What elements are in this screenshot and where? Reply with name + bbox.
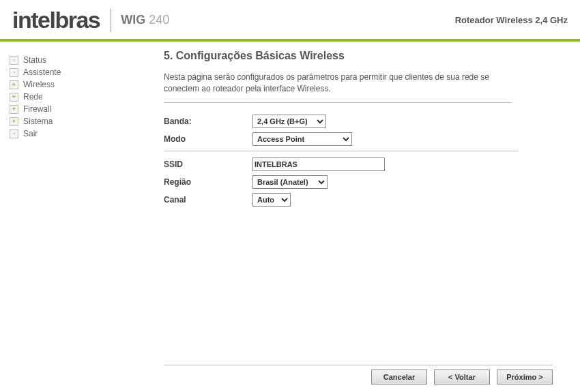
expand-icon: + <box>10 80 18 89</box>
sidebar-item-status[interactable]: ▪ Status <box>10 54 123 66</box>
channel-label: Canal <box>164 195 252 205</box>
sidebar-item-label: Assistente <box>23 67 61 77</box>
sidebar-item-sistema[interactable]: + Sistema <box>10 115 123 127</box>
main-panel: 5. Configurações Básicas Wireless Nesta … <box>123 42 580 392</box>
mode-label: Modo <box>164 134 252 144</box>
header-divider <box>111 9 111 32</box>
back-button[interactable]: < Voltar <box>434 370 490 385</box>
page-title: 5. Configurações Básicas Wireless <box>164 50 553 62</box>
wireless-form: Banda: 2,4 GHz (B+G) Modo Access Point S… <box>164 112 519 209</box>
region-select[interactable]: Brasil (Anatel) <box>252 175 328 189</box>
button-bar: Cancelar < Voltar Próximo > <box>164 365 553 385</box>
header: intelbras WIG 240 Roteador Wireless 2,4 … <box>0 0 580 39</box>
mode-select[interactable]: Access Point <box>252 132 352 146</box>
expand-icon: + <box>10 93 18 102</box>
model-label: WIG 240 <box>121 13 169 27</box>
sidebar-item-rede[interactable]: + Rede <box>10 91 123 103</box>
sidebar: ▪ Status ▪ Assistente + Wireless + Rede … <box>0 42 123 392</box>
product-tagline: Roteador Wireless 2,4 GHz <box>455 15 568 25</box>
next-button[interactable]: Próximo > <box>497 370 553 385</box>
sidebar-item-sair[interactable]: ▪ Sair <box>10 127 123 140</box>
channel-select[interactable]: Auto <box>252 193 291 207</box>
sidebar-item-firewall[interactable]: + Firewall <box>10 103 123 115</box>
form-divider <box>164 151 519 151</box>
page-icon: ▪ <box>10 56 18 65</box>
model-number: 240 <box>149 13 169 27</box>
ssid-input[interactable] <box>252 157 385 171</box>
sidebar-item-label: Firewall <box>23 104 51 114</box>
page-icon: ▪ <box>10 130 18 138</box>
brand-logo: intelbras <box>12 7 100 33</box>
cancel-button[interactable]: Cancelar <box>371 370 427 385</box>
sidebar-item-wireless[interactable]: + Wireless <box>10 78 123 91</box>
region-label: Região <box>164 177 252 187</box>
sidebar-item-assistente[interactable]: ▪ Assistente <box>10 66 123 78</box>
band-select[interactable]: 2,4 GHz (B+G) <box>252 115 326 128</box>
band-label: Banda: <box>164 117 252 126</box>
sidebar-item-label: Wireless <box>23 80 55 89</box>
model-prefix: WIG <box>121 13 145 27</box>
page-icon: ▪ <box>10 68 18 77</box>
ssid-label: SSID <box>164 160 252 169</box>
sidebar-item-label: Sistema <box>23 117 53 126</box>
sidebar-item-label: Status <box>23 55 46 65</box>
expand-icon: + <box>10 105 18 114</box>
sidebar-item-label: Rede <box>23 92 43 102</box>
page-intro: Nesta página serão configurados os parâm… <box>164 72 512 103</box>
sidebar-item-label: Sair <box>23 129 38 138</box>
expand-icon: + <box>10 117 18 126</box>
